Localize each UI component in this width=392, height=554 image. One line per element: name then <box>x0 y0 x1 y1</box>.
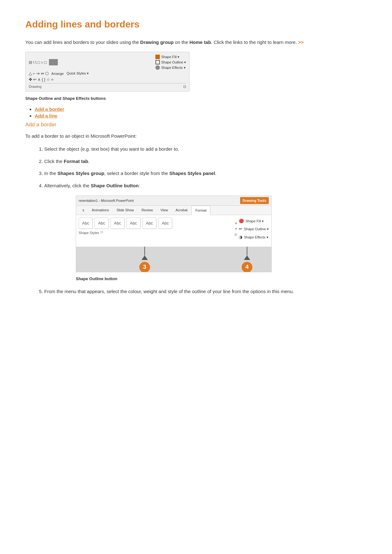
indicator-4-arrow <box>244 256 250 260</box>
sc-content-area: Abc Abc Abc Abc Abc Abc Shape Styles ⊡ <box>76 215 271 247</box>
sc-titlebar: resentation1 - Microsoft PowerPoint Draw… <box>76 196 271 206</box>
step-1: Select the object (e.g. text box) that y… <box>44 145 367 153</box>
icon-rect2: □ <box>44 60 47 65</box>
drawing-label-text: Drawing <box>29 85 41 89</box>
list-item-line: Add a line <box>35 113 367 118</box>
icon-hexagon: ⬡ <box>45 71 49 76</box>
shape-fill-label: Shape Fill ▾ <box>161 55 179 59</box>
step-5: From the menu that appears, select the c… <box>44 288 367 296</box>
sc-shape-effects-btn: ◑ Shape Effects ▾ <box>239 234 269 240</box>
add-border-subheading: Add a border <box>25 122 367 128</box>
sc-main-row: Abc Abc Abc Abc Abc Abc Shape Styles ⊡ <box>79 218 269 240</box>
step-3-text-mid: , select a border style from the <box>104 171 169 176</box>
toolbar-expand-icon: ⊡ <box>183 85 186 89</box>
icon-L: ⌐ <box>33 71 35 76</box>
shape-fill-btn: Shape Fill ▾ <box>155 55 186 59</box>
sc-abc-buttons: Abc Abc Abc Abc Abc Abc <box>79 218 233 229</box>
add-line-link[interactable]: Add a line <box>35 113 57 118</box>
toolbar-icons-row3: ✤ ↩ ∧ { } ☆ = <box>29 77 53 82</box>
page-title: Adding lines and borders <box>25 19 367 30</box>
shape-effects-label: Shape Effects ▾ <box>161 66 185 70</box>
intro-bold-1: Drawing group <box>140 39 174 45</box>
shape-outline-label: Shape Outline ▾ <box>161 60 186 64</box>
abc-btn-3: Abc <box>111 218 124 229</box>
section-intro-text: To add a border to an object in Microsof… <box>25 132 367 140</box>
icon-rect: □ <box>37 60 40 65</box>
add-border-link[interactable]: Add a border <box>35 106 64 112</box>
sc-right-buttons: 🔴 Shape Fill ▾ ✏ Shape Outline ▾ ◑ Shape… <box>239 218 269 240</box>
icon-wave: ∧ <box>38 77 41 82</box>
sc-effects-icon: ◑ <box>239 234 242 240</box>
intro-arrow: >> <box>298 39 304 45</box>
scroll-down-arrow: ⊞ <box>234 232 238 238</box>
list-item-border: Add a border <box>35 106 367 112</box>
step-2-text-before: Click the <box>44 159 64 164</box>
icon-arrow: ⇒ <box>36 71 40 76</box>
step-2: Click the Format tab. <box>44 158 367 166</box>
abc-btn-4: Abc <box>126 218 140 229</box>
icon-tri: △ <box>29 71 32 76</box>
shape-outline-btn: Shape Outline ▾ <box>155 60 186 64</box>
icon-equals: = <box>51 77 54 82</box>
sc-tab-s[interactable]: s <box>79 206 88 215</box>
sc-outline-icon: ✏ <box>239 226 242 232</box>
step-5-text: From the menu that appears, select the c… <box>44 289 294 294</box>
toolbar-image: ⊟ \ \ □ ○ □ Shape Fill ▾ Shape Outline ▾… <box>25 52 190 92</box>
sc-tab-view[interactable]: View <box>157 206 172 215</box>
sc-tab-slideshow[interactable]: Slide Show <box>113 206 138 215</box>
toolbar-icons-row2: △ ⌐ ⇒ ⇔ ⬡ Arrange Quick Styles ▾ <box>29 71 89 76</box>
toolbar-icons-row: ⊟ \ \ □ ○ □ <box>29 59 59 65</box>
shape-effects-btn: Shape Effects ▾ <box>155 65 186 70</box>
icon-grid: ⊟ <box>29 60 32 65</box>
screenshot-caption: Shape Outline button <box>76 275 367 282</box>
quick-styles-label: Quick Styles ▾ <box>67 71 89 75</box>
indicator-4: 4 <box>242 247 252 272</box>
link-list: Add a border Add a line <box>35 106 367 118</box>
intro-paragraph: You can add lines and borders to your sl… <box>25 39 367 46</box>
sc-scroll-arrows: ▲ ▼ ⊞ <box>234 218 238 240</box>
indicator-3-arrow <box>142 256 148 260</box>
step-3-bold-2: Shapes Styles panel <box>169 171 215 176</box>
indicator-3: 3 <box>139 247 150 272</box>
shape-effects-icon <box>155 65 160 70</box>
sc-shape-outline-btn: ✏ Shape Outline ▾ <box>239 226 269 232</box>
sc-bottom-area: 3 4 <box>76 247 271 272</box>
icon-brace: { <box>42 77 43 82</box>
intro-text-1: You can add lines and borders to your sl… <box>25 39 140 45</box>
icon-preview-box <box>49 59 58 65</box>
scroll-mid-arrow: ▼ <box>234 226 238 232</box>
step-3-bold-1: Shapes Styles group <box>57 171 104 176</box>
indicator-4-line <box>247 247 247 256</box>
sc-content-wrapper: Abc Abc Abc Abc Abc Abc Shape Styles ⊡ <box>79 218 269 240</box>
icon-oval: ○ <box>41 60 43 65</box>
sc-shape-fill-btn: 🔴 Shape Fill ▾ <box>239 218 269 224</box>
shape-outline-icon <box>155 60 160 64</box>
step-1-text: Select the object (e.g. text box) that y… <box>44 146 179 152</box>
sc-tab-animations[interactable]: Animations <box>88 206 113 215</box>
intro-text-3: . Click the links to the right to learn … <box>211 39 298 45</box>
toolbar-side-buttons: Shape Fill ▾ Shape Outline ▾ Shape Effec… <box>155 55 186 70</box>
intro-bold-2: Home tab <box>190 39 211 45</box>
step-4: Alternatively, click the Shape Outline b… <box>44 182 367 282</box>
abc-btn-6: Abc <box>158 218 172 229</box>
arrange-label: Arrange <box>51 72 64 75</box>
icon-gear: ✤ <box>29 77 32 82</box>
indicator-4-circle: 4 <box>242 262 252 272</box>
steps-list: Select the object (e.g. text box) that y… <box>44 145 367 296</box>
sc-tab-acrobat[interactable]: Acrobat <box>172 206 191 215</box>
sc-shape-styles-label: Shape Styles <box>79 230 99 236</box>
sc-shape-styles-row: Shape Styles ⊡ <box>79 229 233 236</box>
screenshot-container: resentation1 - Microsoft PowerPoint Draw… <box>76 196 272 272</box>
sc-tab-format[interactable]: Format <box>191 206 211 215</box>
abc-btn-1: Abc <box>79 218 93 229</box>
step-2-text-after: . <box>88 159 89 164</box>
step-3: In the Shapes Styles group, select a bor… <box>44 170 367 178</box>
step-4-bold: Shape Outline button <box>91 183 139 188</box>
icon-slash: \ <box>35 60 37 65</box>
shape-fill-icon <box>155 55 160 59</box>
step-2-bold: Format tab <box>64 159 88 164</box>
step-4-text-before: Alternatively, click the <box>44 183 91 188</box>
sc-outline-label: Shape Outline ▾ <box>244 226 269 232</box>
sc-effects-label: Shape Effects ▾ <box>244 234 268 240</box>
sc-tab-review[interactable]: Review <box>138 206 157 215</box>
